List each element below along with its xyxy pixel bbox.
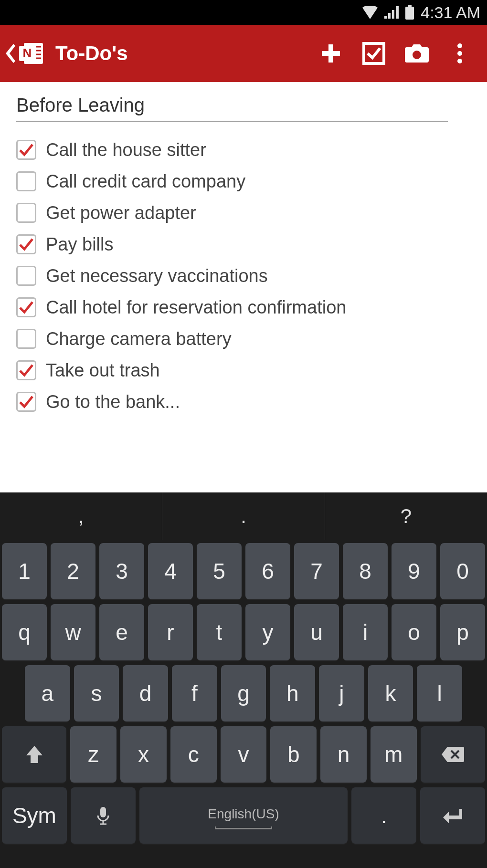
key-f[interactable]: f bbox=[172, 665, 217, 722]
todo-label[interactable]: Charge camera battery bbox=[46, 329, 232, 349]
todo-item[interactable]: Get necessary vaccinations bbox=[16, 262, 471, 290]
key-b[interactable]: b bbox=[270, 726, 317, 783]
key-v[interactable]: v bbox=[221, 726, 267, 783]
todo-item[interactable]: Pay bills bbox=[16, 230, 471, 258]
todo-item[interactable]: Call the house sitter bbox=[16, 136, 471, 164]
space-key[interactable]: English(US) bbox=[139, 787, 348, 844]
enter-key[interactable] bbox=[420, 787, 485, 844]
onenote-icon: N bbox=[18, 40, 45, 67]
key-5[interactable]: 5 bbox=[197, 543, 242, 599]
todo-item[interactable]: Charge camera battery bbox=[16, 325, 471, 353]
todo-item[interactable]: Get power adapter bbox=[16, 199, 471, 227]
checkbox-icon bbox=[362, 42, 386, 65]
key-r[interactable]: r bbox=[148, 604, 193, 660]
note-title-input[interactable] bbox=[16, 94, 448, 122]
todo-checkbox[interactable] bbox=[16, 266, 36, 286]
todo-label[interactable]: Call credit card company bbox=[46, 171, 245, 192]
plus-icon bbox=[320, 42, 342, 64]
suggestion-cell[interactable]: ? bbox=[325, 492, 487, 540]
svg-rect-0 bbox=[405, 7, 414, 20]
key-g[interactable]: g bbox=[221, 665, 266, 722]
backspace-icon bbox=[441, 746, 465, 763]
key-c[interactable]: c bbox=[170, 726, 217, 783]
todo-checkbox[interactable] bbox=[16, 234, 36, 254]
key-d[interactable]: d bbox=[123, 665, 168, 722]
wifi-icon bbox=[362, 6, 378, 19]
key-i[interactable]: i bbox=[343, 604, 388, 660]
key-o[interactable]: o bbox=[392, 604, 436, 660]
todo-checkbox[interactable] bbox=[16, 392, 36, 412]
todo-checkbox[interactable] bbox=[16, 140, 36, 160]
key-q[interactable]: q bbox=[2, 604, 47, 660]
todo-checkbox[interactable] bbox=[16, 329, 36, 349]
period-key[interactable]: . bbox=[351, 787, 416, 844]
suggestion-cell[interactable]: , bbox=[0, 492, 162, 540]
back-button[interactable]: N bbox=[6, 40, 45, 67]
mic-key[interactable] bbox=[71, 787, 136, 844]
key-9[interactable]: 9 bbox=[392, 543, 436, 599]
enter-icon bbox=[442, 807, 463, 824]
check-icon bbox=[18, 142, 34, 158]
todo-item[interactable]: Call credit card company bbox=[16, 167, 471, 195]
overflow-button[interactable] bbox=[438, 43, 481, 64]
todo-checkbox[interactable] bbox=[16, 171, 36, 191]
key-1[interactable]: 1 bbox=[2, 543, 47, 599]
page-title: To-Do's bbox=[55, 42, 128, 65]
key-s[interactable]: s bbox=[74, 665, 119, 722]
todo-item[interactable]: Call hotel for reservation confirmation bbox=[16, 293, 471, 321]
key-x[interactable]: x bbox=[120, 726, 167, 783]
todo-label[interactable]: Call the house sitter bbox=[46, 140, 206, 160]
todo-checkbox[interactable] bbox=[16, 360, 36, 380]
todo-label[interactable]: Take out trash bbox=[46, 360, 160, 381]
todo-checkbox[interactable] bbox=[16, 297, 36, 317]
key-j[interactable]: j bbox=[319, 665, 364, 722]
check-icon bbox=[18, 362, 34, 378]
suggestion-row: ,.? bbox=[0, 492, 487, 540]
signal-icon bbox=[384, 6, 399, 19]
key-l[interactable]: l bbox=[417, 665, 462, 722]
key-a[interactable]: a bbox=[25, 665, 70, 722]
key-y[interactable]: y bbox=[245, 604, 290, 660]
key-8[interactable]: 8 bbox=[343, 543, 388, 599]
mic-icon bbox=[95, 805, 111, 826]
checkbox-button[interactable] bbox=[352, 42, 395, 65]
svg-point-15 bbox=[457, 59, 462, 63]
svg-point-12 bbox=[413, 51, 421, 59]
todo-checkbox[interactable] bbox=[16, 203, 36, 223]
key-z[interactable]: z bbox=[70, 726, 116, 783]
key-7[interactable]: 7 bbox=[294, 543, 339, 599]
key-m[interactable]: m bbox=[371, 726, 417, 783]
battery-icon bbox=[405, 5, 414, 20]
todo-item[interactable]: Go to the bank... bbox=[16, 388, 471, 416]
key-0[interactable]: 0 bbox=[440, 543, 485, 599]
key-n[interactable]: n bbox=[320, 726, 367, 783]
add-button[interactable] bbox=[309, 42, 352, 64]
keyboard: ,.? 1234567890 qwertyuiop asdfghjkl zxcv… bbox=[0, 492, 487, 868]
key-u[interactable]: u bbox=[294, 604, 339, 660]
todo-label[interactable]: Go to the bank... bbox=[46, 392, 180, 412]
shift-key[interactable] bbox=[2, 726, 66, 783]
key-6[interactable]: 6 bbox=[245, 543, 290, 599]
key-t[interactable]: t bbox=[197, 604, 242, 660]
camera-button[interactable] bbox=[395, 43, 438, 63]
svg-point-14 bbox=[457, 51, 462, 56]
todo-label[interactable]: Get necessary vaccinations bbox=[46, 266, 268, 286]
todo-label[interactable]: Call hotel for reservation confirmation bbox=[46, 297, 346, 318]
key-p[interactable]: p bbox=[440, 604, 485, 660]
svg-rect-10 bbox=[322, 51, 340, 56]
note-body[interactable]: Call the house sitterCall credit card co… bbox=[0, 82, 487, 492]
key-e[interactable]: e bbox=[99, 604, 144, 660]
backspace-key[interactable] bbox=[421, 726, 485, 783]
suggestion-cell[interactable]: . bbox=[162, 492, 325, 540]
todo-item[interactable]: Take out trash bbox=[16, 356, 471, 384]
key-3[interactable]: 3 bbox=[99, 543, 144, 599]
todo-list: Call the house sitterCall credit card co… bbox=[16, 136, 471, 416]
key-k[interactable]: k bbox=[368, 665, 413, 722]
key-w[interactable]: w bbox=[51, 604, 95, 660]
key-4[interactable]: 4 bbox=[148, 543, 193, 599]
key-h[interactable]: h bbox=[270, 665, 315, 722]
key-2[interactable]: 2 bbox=[51, 543, 95, 599]
todo-label[interactable]: Get power adapter bbox=[46, 203, 196, 223]
sym-key[interactable]: Sym bbox=[2, 787, 67, 844]
todo-label[interactable]: Pay bills bbox=[46, 234, 114, 255]
